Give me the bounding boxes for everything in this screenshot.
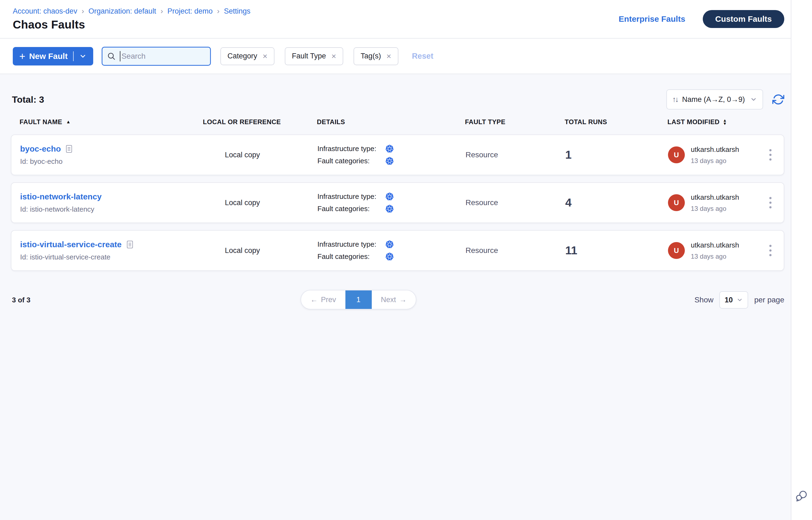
breadcrumb: Account: chaos-dev › Organization: defau… [13, 7, 250, 16]
fault-name-link[interactable]: istio-virtual-service-create [20, 240, 122, 249]
enterprise-faults-link[interactable]: Enterprise Faults [619, 15, 685, 24]
fault-name-link[interactable]: istio-network-latency [20, 192, 102, 201]
right-rail [791, 0, 812, 520]
column-header-local-or-reference: LOCAL OR REFERENCE [201, 118, 283, 126]
kubernetes-icon [385, 192, 394, 201]
button-divider [73, 51, 74, 61]
breadcrumb-separator-icon: › [81, 7, 84, 15]
chat-help-icon[interactable] [795, 490, 808, 503]
column-label: FAULT NAME [20, 118, 62, 126]
refresh-icon[interactable] [772, 94, 784, 105]
local-or-reference-value: Local copy [202, 246, 283, 255]
page-size-value: 10 [725, 296, 733, 304]
pager: ← Prev 1 Next → [301, 290, 416, 309]
next-page-button[interactable]: Next → [372, 290, 416, 309]
fault-categories-label: Fault categories: [318, 157, 385, 165]
breadcrumb-project[interactable]: Project: demo [168, 7, 213, 16]
column-label: LOCAL OR REFERENCE [203, 118, 281, 126]
breadcrumb-settings[interactable]: Settings [224, 7, 251, 16]
avatar: U [668, 194, 685, 211]
chevron-down-icon[interactable] [79, 52, 87, 60]
kubernetes-icon [385, 157, 394, 165]
local-or-reference-value: Local copy [202, 151, 283, 159]
page-size-select[interactable]: 10 [719, 291, 748, 309]
chip-label: Category [227, 52, 257, 60]
breadcrumb-separator-icon: › [160, 7, 163, 15]
main-content: Account: chaos-dev › Organization: defau… [0, 0, 791, 520]
sort-dropdown[interactable]: ↑↓ Name (A→Z, 0→9) [666, 89, 763, 109]
filter-chip-category[interactable]: Category × [220, 47, 275, 65]
column-header-details: DETAILS [283, 118, 457, 126]
toolbar: + New Fault Category × Fault Type × [0, 38, 791, 74]
modified-when: 13 days ago [691, 253, 739, 260]
breadcrumb-account[interactable]: Account: chaos-dev [13, 7, 77, 16]
row-menu-kebab-icon[interactable] [767, 147, 774, 163]
pagination-bar: 3 of 3 ← Prev 1 Next → Show 10 [11, 290, 784, 310]
close-icon[interactable]: × [386, 52, 391, 60]
kubernetes-icon [385, 252, 394, 261]
total-runs-value: 4 [552, 196, 650, 209]
breadcrumb-organization[interactable]: Organization: default [88, 7, 156, 16]
avatar: U [668, 242, 685, 259]
search-icon [107, 52, 116, 61]
faults-list-area: Total: 3 ↑↓ Name (A→Z, 0→9) [0, 89, 791, 310]
infrastructure-type-label: Infrastructure type: [318, 240, 385, 249]
infrastructure-type-label: Infrastructure type: [318, 192, 385, 201]
close-icon[interactable]: × [332, 52, 336, 60]
filter-chip-fault-type[interactable]: Fault Type × [285, 47, 343, 65]
fault-row: istio-virtual-service-create Id: istio-v… [11, 230, 784, 271]
table-header: FAULT NAME ▲ LOCAL OR REFERENCE DETAILS … [11, 116, 784, 127]
fault-type-value: Resource [457, 246, 552, 255]
page-1-button[interactable]: 1 [346, 290, 372, 309]
search-input[interactable] [102, 47, 211, 66]
breadcrumb-separator-icon: › [217, 7, 220, 15]
column-label: LAST MODIFIED [667, 118, 719, 126]
close-icon[interactable]: × [262, 52, 268, 60]
next-label: Next [381, 295, 396, 304]
column-header-fault-type: FAULT TYPE [457, 118, 552, 126]
text-caret [120, 51, 120, 61]
per-page-label: per page [754, 295, 784, 304]
fault-type-value: Resource [457, 198, 552, 207]
fault-row: byoc-echo Id: byoc-echo Local copy Infra… [11, 134, 784, 175]
copy-id-icon[interactable] [127, 240, 133, 249]
new-fault-label: New Fault [29, 52, 68, 61]
modified-by: utkarsh.utkarsh [691, 145, 739, 154]
filter-chip-tags[interactable]: Tag(s) × [354, 47, 398, 65]
fault-name-link[interactable]: byoc-echo [20, 144, 61, 154]
copy-id-icon[interactable] [66, 145, 72, 153]
row-menu-kebab-icon[interactable] [767, 194, 774, 211]
column-header-total-runs: TOTAL RUNS [552, 118, 650, 126]
row-menu-kebab-icon[interactable] [767, 242, 774, 259]
avatar: U [668, 147, 685, 163]
column-label: DETAILS [317, 118, 345, 126]
fault-categories-label: Fault categories: [318, 252, 385, 261]
chevron-down-icon [736, 297, 743, 303]
custom-faults-button[interactable]: Custom Faults [703, 10, 784, 28]
arrow-left-icon: ← [310, 295, 318, 304]
search-input-field[interactable] [122, 52, 206, 60]
show-label: Show [694, 295, 713, 304]
kubernetes-icon [385, 145, 394, 153]
column-label: TOTAL RUNS [565, 118, 607, 126]
sort-both-icon: ▲▼ [723, 119, 727, 125]
reset-filters-button[interactable]: Reset [412, 52, 433, 60]
modified-by: utkarsh.utkarsh [691, 193, 739, 202]
page-range-label: 3 of 3 [12, 296, 30, 304]
total-runs-value: 11 [552, 244, 650, 257]
chip-label: Fault Type [292, 52, 326, 60]
page-title: Chaos Faults [13, 18, 250, 31]
column-header-fault-name[interactable]: FAULT NAME ▲ [11, 118, 201, 126]
kubernetes-icon [385, 240, 394, 249]
arrow-right-icon: → [399, 295, 407, 304]
new-fault-button[interactable]: + New Fault [13, 47, 93, 66]
total-count: Total: 3 [12, 94, 44, 105]
column-label: FAULT TYPE [465, 118, 505, 126]
plus-icon: + [19, 51, 25, 61]
sort-arrows-icon: ↑↓ [672, 95, 678, 104]
column-header-last-modified[interactable]: LAST MODIFIED ▲▼ [650, 118, 756, 126]
fault-id: Id: istio-virtual-service-create [20, 253, 202, 261]
sort-selected-value: Name (A→Z, 0→9) [682, 95, 745, 104]
prev-page-button[interactable]: ← Prev [301, 290, 346, 309]
modified-by: utkarsh.utkarsh [691, 241, 739, 250]
